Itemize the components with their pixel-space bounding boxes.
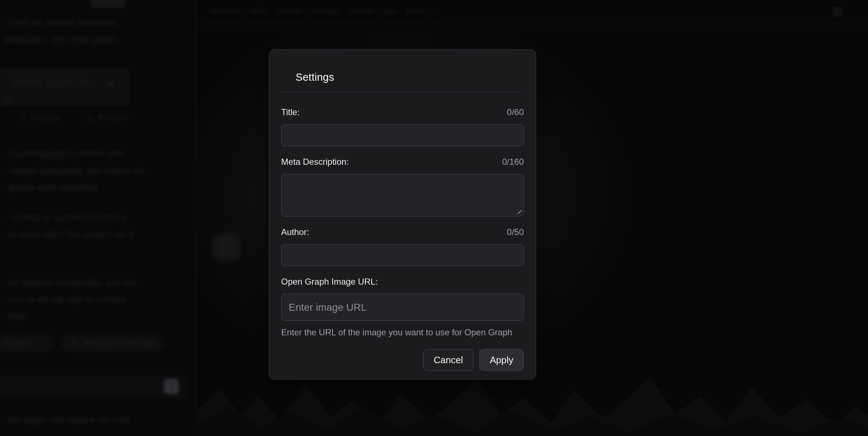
og-image-url-input[interactable] xyxy=(281,294,524,321)
app-window: …h tips on, smooth transitions, whitespa… xyxy=(0,0,868,436)
author-counter: 0/50 xyxy=(507,227,524,237)
title-field-group: Title: 0/60 xyxy=(281,107,524,146)
title-counter: 0/60 xyxy=(507,107,524,117)
divider xyxy=(281,92,524,92)
og-image-help-text: Enter the URL of the image you want to u… xyxy=(281,327,524,338)
meta-description-counter: 0/160 xyxy=(502,157,524,167)
meta-description-field-group: Meta Description: 0/160 xyxy=(281,156,524,217)
meta-description-textarea[interactable] xyxy=(281,174,524,217)
title-label: Title: xyxy=(281,107,300,117)
settings-dialog: Settings Title: 0/60 Meta Description: 0… xyxy=(269,49,536,380)
cancel-button[interactable]: Cancel xyxy=(423,349,473,371)
og-image-label: Open Graph Image URL: xyxy=(281,277,378,287)
author-label: Author: xyxy=(281,227,309,237)
dialog-title: Settings xyxy=(296,71,524,83)
apply-button[interactable]: Apply xyxy=(479,349,524,371)
meta-description-label: Meta Description: xyxy=(281,157,349,167)
dialog-footer: Cancel Apply xyxy=(281,349,524,371)
title-input[interactable] xyxy=(281,124,524,146)
author-field-group: Author: 0/50 xyxy=(281,227,524,266)
og-image-field-group: Open Graph Image URL: Enter the URL of t… xyxy=(281,276,524,338)
author-input[interactable] xyxy=(281,244,524,266)
